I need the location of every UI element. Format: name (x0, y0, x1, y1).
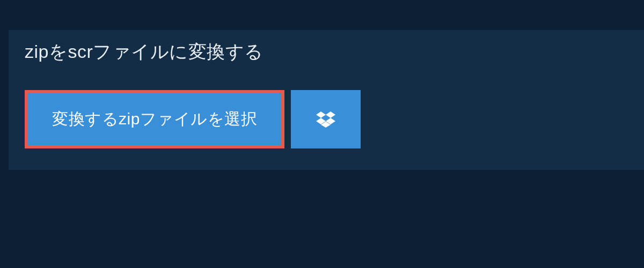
dropbox-icon (316, 110, 335, 129)
conversion-panel: zipをscrファイルに変換する 変換するzipファイルを選択 (9, 30, 644, 170)
dropbox-button[interactable] (291, 90, 361, 148)
select-file-button-label: 変換するzipファイルを選択 (52, 108, 257, 130)
button-row: 変換するzipファイルを選択 (9, 74, 644, 170)
main-container: zipをscrファイルに変換する 変換するzipファイルを選択 (0, 0, 644, 170)
heading-wrapper: zipをscrファイルに変換する (9, 30, 280, 74)
select-file-button[interactable]: 変換するzipファイルを選択 (25, 90, 284, 148)
page-title: zipをscrファイルに変換する (25, 40, 264, 64)
